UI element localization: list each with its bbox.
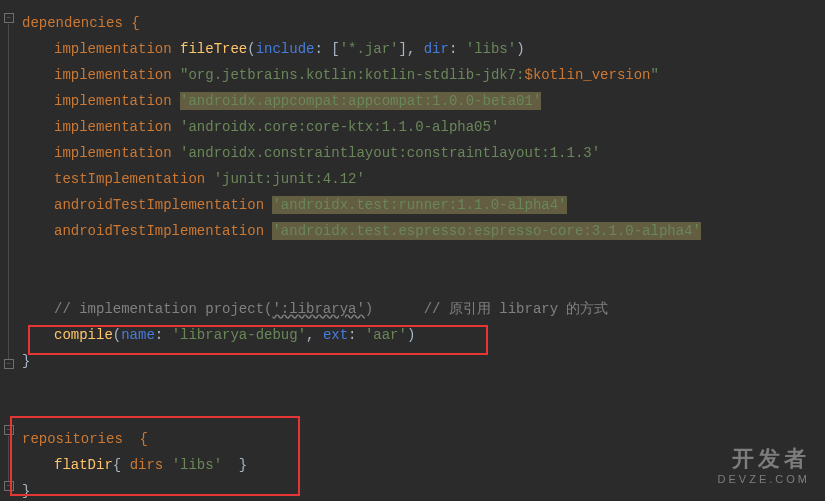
keyword: implementation bbox=[54, 119, 180, 135]
keyword: testImplementation bbox=[54, 171, 214, 187]
punct: ) bbox=[516, 41, 524, 57]
string: '*.jar' bbox=[340, 41, 399, 57]
fold-marker-dependencies[interactable]: − bbox=[4, 13, 14, 23]
code-line[interactable]: } bbox=[22, 348, 825, 374]
string: 'junit:junit:4.12' bbox=[214, 171, 365, 187]
code-line[interactable]: androidTestImplementation 'androidx.test… bbox=[22, 218, 825, 244]
comment: // implementation project(':librarya') /… bbox=[54, 301, 609, 317]
punct: : bbox=[348, 327, 365, 343]
string: "org.jetbrains.kotlin:kotlin-stdlib-jdk7… bbox=[180, 67, 524, 83]
param: ext bbox=[323, 327, 348, 343]
code-line[interactable]: repositories { bbox=[22, 426, 825, 452]
punct: : [ bbox=[314, 41, 339, 57]
keyword: androidTestImplementation bbox=[54, 197, 272, 213]
code-line[interactable]: testImplementation 'junit:junit:4.12' bbox=[22, 166, 825, 192]
code-line[interactable]: implementation 'androidx.constraintlayou… bbox=[22, 140, 825, 166]
code-line[interactable]: implementation 'androidx.appcompat:appco… bbox=[22, 88, 825, 114]
fold-marker-close-repos[interactable]: − bbox=[4, 481, 14, 491]
function-call: flatDir bbox=[54, 457, 113, 473]
code-line-empty[interactable] bbox=[22, 244, 825, 270]
keyword: repositories { bbox=[22, 431, 148, 447]
code-line[interactable]: dependencies { bbox=[22, 10, 825, 36]
string: 'libs' bbox=[172, 457, 222, 473]
fold-marker-repos[interactable]: − bbox=[4, 425, 14, 435]
watermark-text-cn: 开发者 bbox=[718, 446, 810, 472]
code-line[interactable]: } bbox=[22, 478, 825, 501]
brace: } bbox=[22, 353, 30, 369]
punct: ( bbox=[113, 327, 121, 343]
string: " bbox=[651, 67, 659, 83]
punct: , bbox=[306, 327, 323, 343]
keyword: implementation bbox=[54, 145, 180, 161]
string: 'libs' bbox=[466, 41, 516, 57]
gutter: − − − − bbox=[0, 0, 18, 501]
code-line[interactable]: flatDir{ dirs 'libs' } bbox=[22, 452, 825, 478]
punct: ) bbox=[407, 327, 415, 343]
string: 'androidx.constraintlayout:constraintlay… bbox=[180, 145, 600, 161]
param: include bbox=[256, 41, 315, 57]
code-line[interactable]: implementation fileTree(include: ['*.jar… bbox=[22, 36, 825, 62]
param: name bbox=[121, 327, 155, 343]
string: 'androidx.core:core-ktx:1.1.0-alpha05' bbox=[180, 119, 499, 135]
param: dir bbox=[424, 41, 449, 57]
brace: } bbox=[22, 483, 30, 499]
code-line[interactable]: androidTestImplementation 'androidx.test… bbox=[22, 192, 825, 218]
string: 'librarya-debug' bbox=[172, 327, 306, 343]
code-line-empty[interactable] bbox=[22, 400, 825, 426]
keyword: dependencies { bbox=[22, 15, 140, 31]
code-editor[interactable]: − − − − dependencies { implementation fi… bbox=[0, 0, 825, 501]
punct: ], bbox=[399, 41, 424, 57]
code-line[interactable]: implementation 'androidx.core:core-ktx:1… bbox=[22, 114, 825, 140]
watermark: 开发者 DEVZE.COM bbox=[718, 446, 810, 486]
keyword: implementation bbox=[54, 41, 180, 57]
function-call: compile bbox=[54, 327, 113, 343]
code-content[interactable]: dependencies { implementation fileTree(i… bbox=[0, 10, 825, 501]
code-line-empty[interactable] bbox=[22, 270, 825, 296]
fold-marker-close-deps[interactable]: − bbox=[4, 359, 14, 369]
punct: } bbox=[222, 457, 247, 473]
keyword: dirs bbox=[130, 457, 172, 473]
code-line[interactable]: compile(name: 'librarya-debug', ext: 'aa… bbox=[22, 322, 825, 348]
string: 'aar' bbox=[365, 327, 407, 343]
variable: $kotlin_version bbox=[525, 67, 651, 83]
punct: ( bbox=[247, 41, 255, 57]
code-line[interactable]: implementation "org.jetbrains.kotlin:kot… bbox=[22, 62, 825, 88]
keyword: androidTestImplementation bbox=[54, 223, 272, 239]
string-highlight: 'androidx.test.espresso:espresso-core:3.… bbox=[272, 222, 700, 240]
punct: : bbox=[155, 327, 172, 343]
punct: { bbox=[113, 457, 130, 473]
string-highlight: 'androidx.appcompat:appcompat:1.0.0-beta… bbox=[180, 92, 541, 110]
keyword: implementation bbox=[54, 93, 180, 109]
code-line-empty[interactable] bbox=[22, 374, 825, 400]
code-line[interactable]: // implementation project(':librarya') /… bbox=[22, 296, 825, 322]
fold-line bbox=[8, 24, 9, 362]
keyword: implementation bbox=[54, 67, 180, 83]
function-call: fileTree bbox=[180, 41, 247, 57]
punct: : bbox=[449, 41, 466, 57]
watermark-text-en: DEVZE.COM bbox=[718, 473, 810, 486]
fold-line bbox=[8, 436, 9, 484]
string-highlight: 'androidx.test:runner:1.1.0-alpha4' bbox=[272, 196, 566, 214]
